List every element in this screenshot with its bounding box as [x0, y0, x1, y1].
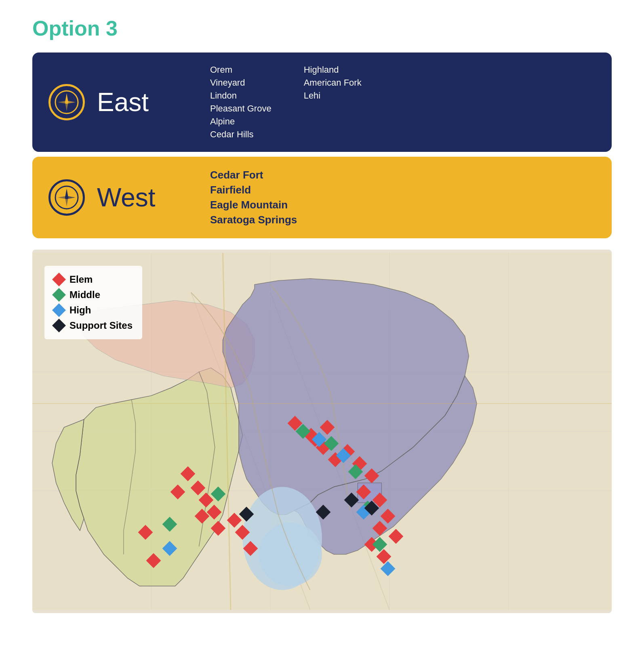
- east-city-highland: Highland: [304, 65, 362, 75]
- map-container: Elem Middle High Support Sites: [32, 250, 612, 613]
- west-city-eaglemountain: Eagle Mountain: [210, 199, 297, 211]
- compass-svg-east: [55, 90, 79, 114]
- east-city-lindon: Lindon: [210, 90, 271, 101]
- west-cities: Cedar Fort Fairfield Eagle Mountain Sara…: [210, 169, 596, 226]
- east-compass-icon: [48, 84, 85, 120]
- compass-svg-west: [55, 185, 79, 210]
- west-label: West: [97, 183, 186, 212]
- east-city-americanfork: American Fork: [304, 78, 362, 88]
- middle-label: Middle: [69, 289, 100, 300]
- east-city-cedarhills: Cedar Hills: [210, 129, 271, 140]
- elem-label: Elem: [69, 274, 93, 285]
- west-compass-icon: [48, 179, 85, 216]
- high-label: High: [69, 305, 91, 316]
- east-card: East Orem Vineyard Lindon Pleasant Grove…: [32, 53, 612, 152]
- elem-icon: [52, 273, 66, 286]
- svg-point-28: [259, 523, 322, 586]
- west-city-cedarfort: Cedar Fort: [210, 169, 297, 181]
- west-card: West Cedar Fort Fairfield Eagle Mountain…: [32, 157, 612, 238]
- high-icon: [52, 303, 66, 317]
- east-col1: Orem Vineyard Lindon Pleasant Grove Alpi…: [210, 65, 271, 140]
- svg-point-11: [65, 196, 68, 199]
- legend-high: High: [54, 305, 133, 316]
- east-city-pleasantgrove: Pleasant Grove: [210, 103, 271, 114]
- east-city-orem: Orem: [210, 65, 271, 75]
- support-icon: [52, 319, 66, 332]
- east-city-vineyard: Vineyard: [210, 78, 271, 88]
- west-city-saratogasprings: Saratoga Springs: [210, 214, 297, 226]
- east-label: East: [97, 87, 186, 117]
- east-city-alpine: Alpine: [210, 116, 271, 127]
- west-col1: Cedar Fort Fairfield Eagle Mountain Sara…: [210, 169, 297, 226]
- middle-icon: [52, 288, 66, 302]
- cards-container: East Orem Vineyard Lindon Pleasant Grove…: [32, 53, 612, 243]
- legend-middle: Middle: [54, 289, 133, 300]
- support-label: Support Sites: [69, 320, 133, 331]
- east-cities: Orem Vineyard Lindon Pleasant Grove Alpi…: [210, 65, 596, 140]
- legend-support: Support Sites: [54, 320, 133, 331]
- west-city-fairfield: Fairfield: [210, 184, 297, 196]
- svg-rect-31: [358, 483, 381, 503]
- page-title: Option 3: [32, 16, 620, 40]
- legend-elem: Elem: [54, 274, 133, 285]
- east-col2: Highland American Fork Lehi: [304, 65, 362, 140]
- east-city-lehi: Lehi: [304, 90, 362, 101]
- svg-point-5: [65, 101, 68, 104]
- map-legend: Elem Middle High Support Sites: [44, 266, 142, 339]
